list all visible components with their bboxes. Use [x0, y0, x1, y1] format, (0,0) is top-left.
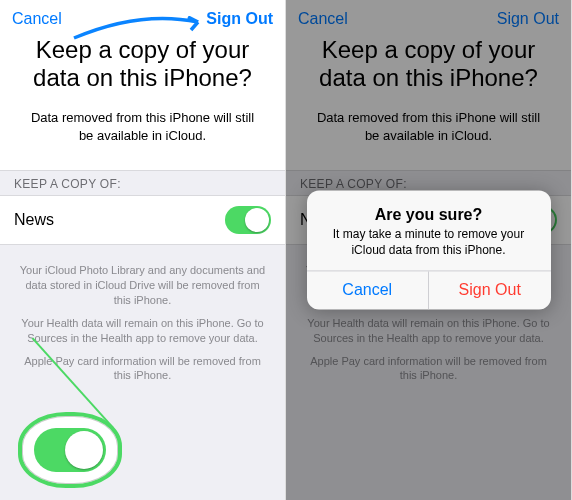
alert-message: It may take a minute to remove your iClo… [321, 227, 537, 258]
toggle-on-icon [34, 428, 106, 472]
section-header: KEEP A COPY OF: [0, 170, 285, 196]
sign-out-button[interactable]: Sign Out [206, 10, 273, 28]
news-toggle[interactable] [225, 206, 271, 234]
footnote-photos: Your iCloud Photo Library and any docume… [18, 263, 267, 308]
page-subtitle: Data removed from this iPhone will still… [286, 109, 571, 170]
page-title: Keep a copy of your data on this iPhone? [0, 34, 285, 109]
news-label: News [14, 211, 54, 229]
footnote-health: Your Health data will remain on this iPh… [304, 316, 553, 346]
cancel-button: Cancel [298, 10, 348, 28]
sign-out-button: Sign Out [497, 10, 559, 28]
cancel-button[interactable]: Cancel [12, 10, 62, 28]
screen-before-confirm: Cancel Sign Out Keep a copy of your data… [0, 0, 286, 500]
alert-cancel-button[interactable]: Cancel [307, 272, 429, 310]
footnote-applepay: Apple Pay card information will be remov… [18, 354, 267, 384]
page-title: Keep a copy of your data on this iPhone? [286, 34, 571, 109]
screen-confirm-dialog: Cancel Sign Out Keep a copy of your data… [286, 0, 572, 500]
footnote-health: Your Health data will remain on this iPh… [18, 316, 267, 346]
alert-title: Are you sure? [321, 206, 537, 224]
page-subtitle: Data removed from this iPhone will still… [0, 109, 285, 170]
footnote-applepay: Apple Pay card information will be remov… [304, 354, 553, 384]
nav-bar: Cancel Sign Out [286, 0, 571, 34]
alert-sign-out-button[interactable]: Sign Out [428, 272, 551, 310]
news-row[interactable]: News [0, 196, 285, 245]
nav-bar: Cancel Sign Out [0, 0, 285, 34]
annotation-toggle-callout [18, 412, 122, 488]
confirm-alert: Are you sure? It may take a minute to re… [307, 190, 551, 309]
